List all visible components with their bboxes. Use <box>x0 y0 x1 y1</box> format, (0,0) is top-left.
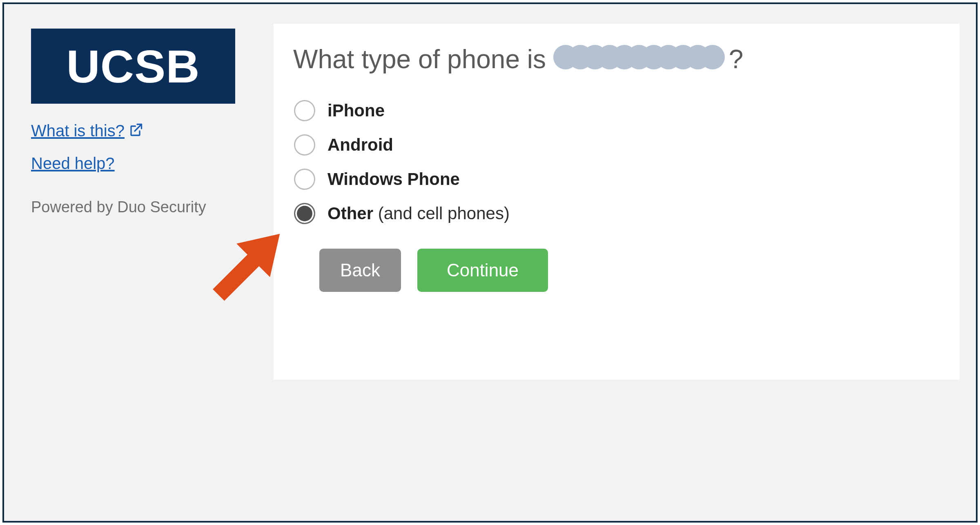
back-button[interactable]: Back <box>319 249 401 292</box>
duo-prompt-frame: UCSB What is this? <box>2 2 978 523</box>
page-title-prefix: What type of phone is <box>293 44 553 74</box>
radio-icon <box>294 134 315 156</box>
option-iphone[interactable]: iPhone <box>294 100 938 121</box>
need-help-link[interactable]: Need help? <box>31 151 115 176</box>
redacted-phone-number <box>553 41 729 80</box>
continue-button[interactable]: Continue <box>417 249 548 292</box>
phone-type-options: iPhone Android Windows Phone Other (and … <box>294 100 938 224</box>
continue-button-label: Continue <box>447 260 519 280</box>
sidebar: UCSB What is this? <box>31 29 235 216</box>
viewport: UCSB What is this? <box>0 0 980 525</box>
radio-icon <box>294 100 315 121</box>
powered-by-text: Powered by Duo Security <box>31 198 235 216</box>
option-label: Windows Phone <box>327 169 460 189</box>
need-help-label: Need help? <box>31 151 115 176</box>
sidebar-links: What is this? Need help? <box>31 118 235 176</box>
option-windows-phone[interactable]: Windows Phone <box>294 169 938 190</box>
page-title: What type of phone is ? <box>293 42 938 81</box>
what-is-this-link[interactable]: What is this? <box>31 118 143 143</box>
main-panel: What type of phone is ? iPhone <box>274 24 960 380</box>
back-button-label: Back <box>340 260 380 280</box>
org-logo-text: UCSB <box>66 40 200 93</box>
svg-point-10 <box>700 45 725 69</box>
radio-icon-selected <box>294 203 315 224</box>
option-android[interactable]: Android <box>294 134 938 156</box>
option-label: Android <box>327 135 393 155</box>
org-logo: UCSB <box>31 29 235 104</box>
option-label: Other <box>327 204 373 223</box>
button-row: Back Continue <box>319 249 938 292</box>
external-link-icon <box>129 119 143 144</box>
page-title-suffix: ? <box>729 44 744 74</box>
option-suffix: (and cell phones) <box>373 204 510 223</box>
option-label: iPhone <box>327 101 385 120</box>
radio-icon <box>294 169 315 190</box>
option-other[interactable]: Other (and cell phones) <box>294 203 938 224</box>
what-is-this-label: What is this? <box>31 118 125 143</box>
